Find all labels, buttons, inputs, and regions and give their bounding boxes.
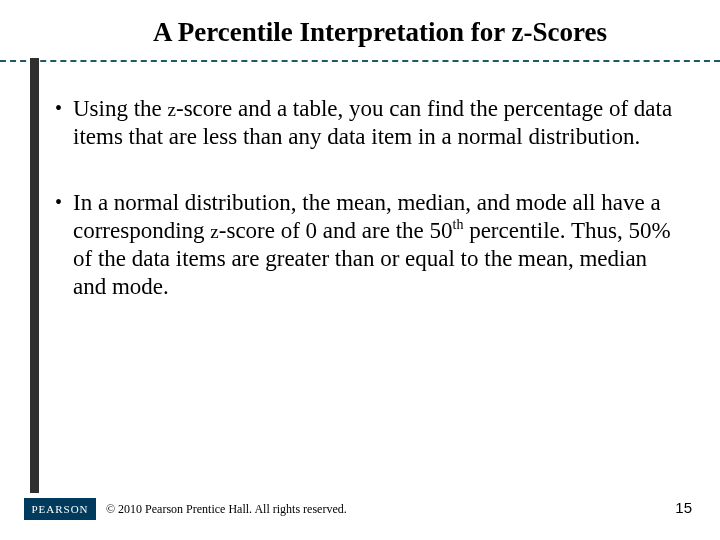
footer: PEARSON © 2010 Pearson Prentice Hall. Al… [24,498,347,520]
copyright-text: © 2010 Pearson Prentice Hall. All rights… [106,502,347,517]
z-italic: z [168,99,176,120]
dashed-divider [0,60,720,62]
title-z: z [511,17,523,47]
text-segment: -score of 0 and are the 50 [219,218,453,243]
logo-text: PEARSON [31,503,88,515]
page-number: 15 [675,499,692,516]
title-part-a: A Percentile Interpretation for [153,17,511,47]
bullet-dot: • [55,95,73,151]
ordinal-sup: th [453,217,464,232]
bullet-text: In a normal distribution, the mean, medi… [73,189,680,301]
z-italic: z [210,221,218,242]
bullet-dot: • [55,189,73,301]
vertical-bar [30,58,39,493]
title-part-b: -Scores [523,17,606,47]
slide-title: A Percentile Interpretation for z-Scores [0,0,720,60]
pearson-logo: PEARSON [24,498,96,520]
text-segment: Using the [73,96,168,121]
list-item: • In a normal distribution, the mean, me… [55,189,680,301]
list-item: • Using the z-score and a table, you can… [55,95,680,151]
content-area: • Using the z-score and a table, you can… [55,95,680,339]
bullet-text: Using the z-score and a table, you can f… [73,95,680,151]
